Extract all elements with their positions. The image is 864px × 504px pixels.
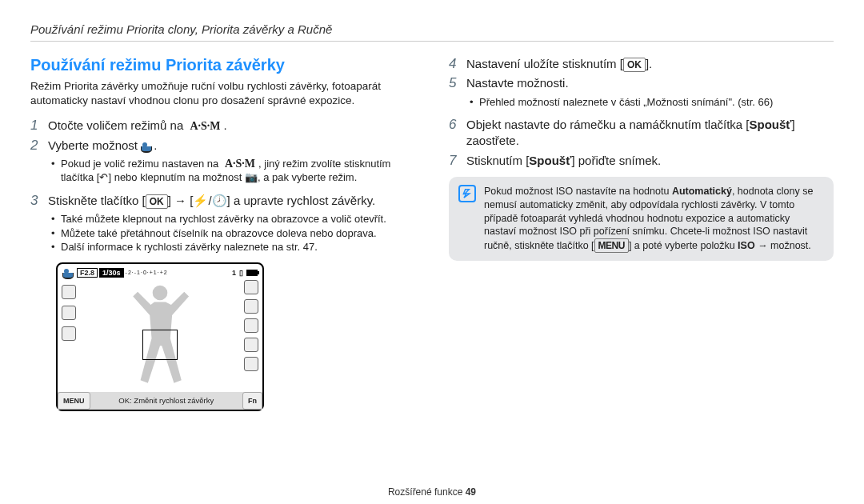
side-icon: [244, 280, 258, 294]
step-text: Objekt nastavte do rámečku a namáčknutím…: [466, 118, 750, 131]
list-item: Také můžete klepnout na rychlost závěrky…: [51, 212, 415, 226]
ok-button-icon: OK: [623, 58, 646, 72]
step-5: 5 Nastavte možnosti.: [449, 75, 834, 91]
battery-icon: [246, 270, 258, 276]
shutter-badge: 1/30s: [99, 268, 124, 278]
menu-button-icon: MENU: [594, 238, 629, 253]
shutter-label: Spoušť: [529, 154, 571, 167]
breadcrumb: Používání režimu Priorita clony, Priorit…: [30, 22, 834, 42]
step-3-sublist: Také můžete klepnout na rychlost závěrky…: [51, 212, 415, 254]
list-item: Další informace k rychlosti závěrky nale…: [51, 240, 415, 254]
step-1: 1 Otočte voličem režimů na A·S·M.: [30, 118, 415, 134]
mode-asm-icon: A·S·M: [222, 158, 258, 170]
camera-preview: F2.8 1/30s -2·-1·0·+1·+2 1 ▯: [56, 262, 264, 411]
side-icon: [244, 299, 258, 314]
section-heading: Používání režimu Priorita závěrky: [30, 56, 415, 74]
step-number: 6: [449, 117, 466, 150]
focus-box: [142, 330, 178, 360]
step-text: Vyberte možnost: [48, 138, 141, 152]
list-item: Přehled možností naleznete v části „Možn…: [470, 95, 834, 110]
step-5-sublist: Přehled možností naleznete v části „Možn…: [470, 95, 834, 110]
side-icon: [244, 338, 258, 352]
side-icon: [62, 326, 76, 341]
step-text: Stisknutím [: [466, 154, 529, 167]
step-3: 3 Stiskněte tlačítko [OK] → [⚡/🕗] a upra…: [30, 193, 415, 209]
content-columns: Používání režimu Priorita závěrky Režim …: [30, 56, 834, 411]
info-icon: [458, 185, 476, 202]
step-number: 3: [30, 193, 48, 209]
side-icon: [244, 318, 258, 333]
list-item: Pokud je volič režimu nastaven na A·S·M,…: [51, 157, 415, 185]
menu-osd-button: MENU: [58, 392, 90, 410]
note-text: Pokud možnost ISO nastavíte na hodnotu A…: [484, 185, 824, 254]
camera-icon: 📷: [245, 171, 258, 183]
list-item: Můžete také přetáhnout číselník na obraz…: [51, 226, 415, 241]
step-text: Stiskněte tlačítko [: [48, 194, 146, 207]
shot-count: 1: [232, 269, 236, 277]
flash-timer-icon: ⚡/🕗: [193, 194, 226, 207]
step-text: Nastavte možnosti.: [466, 75, 569, 91]
shutter-mode-icon: [141, 141, 154, 152]
right-column: 4 Nastavení uložíte stisknutím [OK]. 5 N…: [449, 56, 834, 411]
ev-scale: -2·-1·0·+1·+2: [126, 270, 168, 275]
step-number: 2: [30, 138, 48, 154]
fn-osd-button: Fn: [242, 392, 262, 410]
step-text: Otočte voličem režimů na: [48, 118, 186, 132]
ok-button-icon: OK: [146, 194, 168, 209]
step-6: 6 Objekt nastavte do rámečku a namáčknut…: [449, 117, 834, 150]
step-4: 4 Nastavení uložíte stisknutím [OK].: [449, 56, 834, 72]
step-number: 1: [30, 118, 48, 134]
shutter-label: Spoušť: [750, 118, 792, 131]
back-icon: ↶: [99, 171, 108, 183]
info-note: Pokud možnost ISO nastavíte na hodnotu A…: [449, 177, 834, 262]
step-number: 5: [449, 75, 466, 91]
side-icon: [62, 285, 76, 299]
side-icon: [62, 306, 76, 320]
camera-screen: F2.8 1/30s -2·-1·0·+1·+2 1 ▯: [56, 262, 264, 411]
sd-card-icon: ▯: [239, 269, 243, 277]
mode-badge-icon: [62, 267, 75, 278]
step-text: Nastavení uložíte stisknutím [: [466, 57, 623, 70]
aperture-badge: F2.8: [77, 268, 98, 278]
left-column: Používání režimu Priorita závěrky Režim …: [30, 56, 415, 411]
step-number: 4: [449, 56, 466, 72]
intro-paragraph: Režim Priorita závěrky umožňuje ruční vo…: [30, 79, 415, 108]
osd-hint: OK: Změnit rychlost závěrky: [90, 396, 243, 405]
step-2: 2 Vyberte možnost .: [30, 138, 415, 154]
mode-asm-icon: A·S·M: [186, 120, 223, 133]
page-footer: Rozšířené funkce 49: [0, 486, 864, 498]
side-icon: [244, 357, 258, 371]
step-2-sublist: Pokud je volič režimu nastaven na A·S·M,…: [51, 157, 415, 185]
step-7: 7 Stisknutím [Spoušť] pořiďte snímek.: [449, 153, 834, 169]
step-number: 7: [449, 153, 466, 169]
